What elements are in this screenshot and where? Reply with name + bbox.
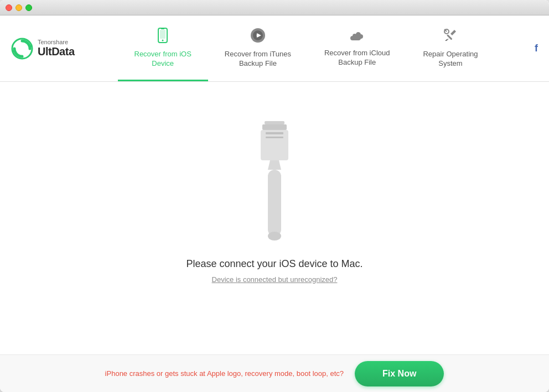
svg-rect-17: [266, 137, 283, 138]
maximize-button[interactable]: [25, 4, 32, 11]
close-button[interactable]: [6, 4, 12, 11]
svg-rect-18: [268, 170, 281, 236]
main-content: Please connect your iOS device to Mac. D…: [0, 82, 549, 354]
footer-warning: iPhone crashes or gets stuck at Apple lo…: [105, 369, 344, 378]
tab-ios-label: Recover from iOSDevice: [134, 50, 191, 69]
main-window: Tenorshare UltData Recover from iOSDevic…: [0, 0, 549, 392]
ios-icon: [154, 27, 171, 46]
unrecognized-link[interactable]: Device is connected but unrecognized?: [212, 275, 338, 284]
svg-rect-14: [262, 124, 287, 130]
navbar: Tenorshare UltData Recover from iOSDevic…: [0, 15, 549, 82]
logo-text: Tenorshare UltData: [38, 39, 75, 58]
svg-rect-4: [160, 30, 165, 39]
logo-icon: [11, 38, 33, 60]
traffic-lights: [6, 4, 32, 11]
repair-icon: [442, 27, 459, 46]
facebook-button[interactable]: f: [524, 15, 549, 81]
tab-itunes[interactable]: Recover from iTunesBackup File: [208, 15, 308, 81]
nav-tabs: Recover from iOSDevice Recover from iTun…: [89, 15, 524, 81]
svg-point-5: [162, 39, 164, 41]
facebook-icon: f: [535, 43, 538, 54]
logo-area: Tenorshare UltData: [0, 15, 89, 81]
footer-bar: iPhone crashes or gets stuck at Apple lo…: [0, 354, 549, 392]
tab-icloud[interactable]: Recover from iCloudBackup File: [308, 15, 407, 81]
tab-ios[interactable]: Recover from iOSDevice: [118, 15, 208, 81]
fix-now-button[interactable]: Fix Now: [355, 361, 444, 386]
cable-svg: [241, 120, 308, 242]
itunes-icon: [250, 27, 266, 46]
titlebar: [0, 0, 549, 15]
svg-rect-6: [161, 29, 164, 29]
cable-illustration: [241, 120, 308, 242]
tab-repair[interactable]: Repair OperatingSystem: [406, 15, 494, 81]
icloud-icon: [348, 28, 366, 45]
svg-point-19: [268, 232, 281, 241]
tab-repair-label: Repair OperatingSystem: [423, 50, 478, 69]
svg-rect-13: [265, 121, 284, 124]
connect-text: Please connect your iOS device to Mac.: [186, 258, 362, 270]
tab-itunes-label: Recover from iTunesBackup File: [225, 50, 291, 69]
tab-icloud-label: Recover from iCloudBackup File: [324, 49, 390, 67]
minimize-button[interactable]: [15, 4, 22, 11]
svg-rect-15: [261, 130, 288, 160]
svg-rect-16: [266, 132, 283, 134]
logo-product: UltData: [38, 45, 75, 58]
logo-brand: Tenorshare: [38, 39, 75, 45]
